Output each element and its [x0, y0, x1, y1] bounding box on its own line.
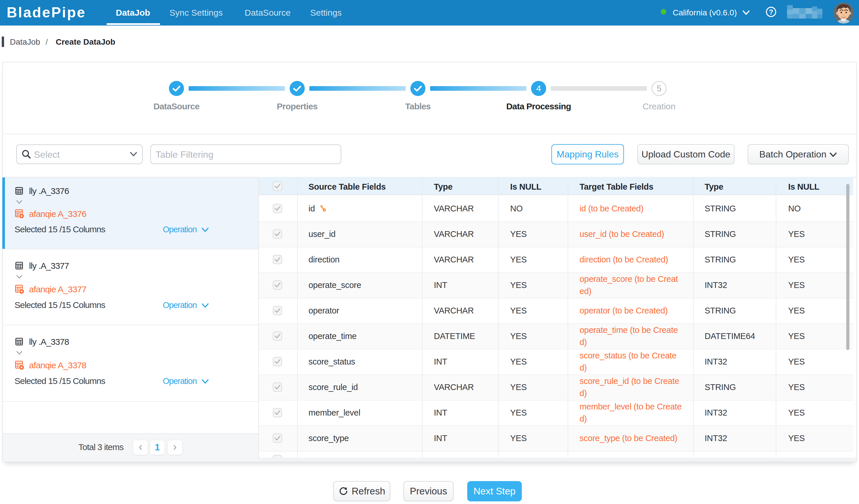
svg-text:?: ? — [769, 8, 773, 16]
